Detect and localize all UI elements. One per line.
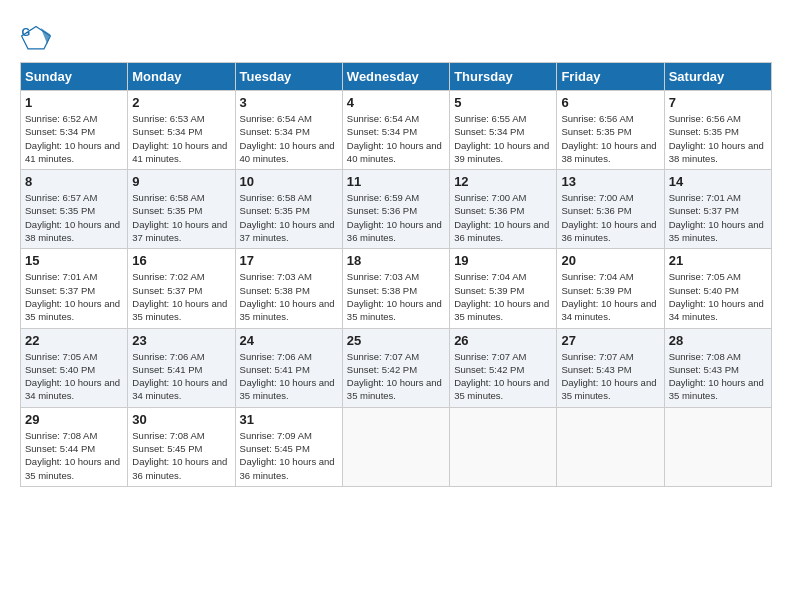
- day-number: 25: [347, 333, 445, 348]
- calendar-week-2: 8 Sunrise: 6:57 AM Sunset: 5:35 PM Dayli…: [21, 170, 772, 249]
- header-sunday: Sunday: [21, 63, 128, 91]
- calendar-cell: 6 Sunrise: 6:56 AM Sunset: 5:35 PM Dayli…: [557, 91, 664, 170]
- day-number: 1: [25, 95, 123, 110]
- day-number: 7: [669, 95, 767, 110]
- calendar-cell: 21 Sunrise: 7:05 AM Sunset: 5:40 PM Dayl…: [664, 249, 771, 328]
- day-number: 30: [132, 412, 230, 427]
- svg-text:G: G: [22, 26, 31, 38]
- day-number: 21: [669, 253, 767, 268]
- calendar-cell: [557, 407, 664, 486]
- day-info: Sunrise: 6:57 AM Sunset: 5:35 PM Dayligh…: [25, 191, 123, 244]
- day-info: Sunrise: 6:58 AM Sunset: 5:35 PM Dayligh…: [132, 191, 230, 244]
- day-number: 5: [454, 95, 552, 110]
- day-info: Sunrise: 7:02 AM Sunset: 5:37 PM Dayligh…: [132, 270, 230, 323]
- header-wednesday: Wednesday: [342, 63, 449, 91]
- day-number: 13: [561, 174, 659, 189]
- calendar-cell: 14 Sunrise: 7:01 AM Sunset: 5:37 PM Dayl…: [664, 170, 771, 249]
- day-info: Sunrise: 7:09 AM Sunset: 5:45 PM Dayligh…: [240, 429, 338, 482]
- calendar-cell: 19 Sunrise: 7:04 AM Sunset: 5:39 PM Dayl…: [450, 249, 557, 328]
- calendar-week-3: 15 Sunrise: 7:01 AM Sunset: 5:37 PM Dayl…: [21, 249, 772, 328]
- day-number: 27: [561, 333, 659, 348]
- day-number: 10: [240, 174, 338, 189]
- day-info: Sunrise: 7:00 AM Sunset: 5:36 PM Dayligh…: [454, 191, 552, 244]
- header: G: [20, 20, 772, 52]
- day-number: 12: [454, 174, 552, 189]
- day-number: 9: [132, 174, 230, 189]
- day-info: Sunrise: 7:08 AM Sunset: 5:43 PM Dayligh…: [669, 350, 767, 403]
- day-info: Sunrise: 7:07 AM Sunset: 5:43 PM Dayligh…: [561, 350, 659, 403]
- day-info: Sunrise: 7:08 AM Sunset: 5:45 PM Dayligh…: [132, 429, 230, 482]
- day-number: 11: [347, 174, 445, 189]
- day-info: Sunrise: 7:07 AM Sunset: 5:42 PM Dayligh…: [454, 350, 552, 403]
- day-info: Sunrise: 6:54 AM Sunset: 5:34 PM Dayligh…: [347, 112, 445, 165]
- calendar-cell: 11 Sunrise: 6:59 AM Sunset: 5:36 PM Dayl…: [342, 170, 449, 249]
- day-info: Sunrise: 7:07 AM Sunset: 5:42 PM Dayligh…: [347, 350, 445, 403]
- day-info: Sunrise: 7:06 AM Sunset: 5:41 PM Dayligh…: [132, 350, 230, 403]
- logo-icon: G: [20, 20, 52, 52]
- header-monday: Monday: [128, 63, 235, 91]
- calendar-cell: 29 Sunrise: 7:08 AM Sunset: 5:44 PM Dayl…: [21, 407, 128, 486]
- calendar-cell: 24 Sunrise: 7:06 AM Sunset: 5:41 PM Dayl…: [235, 328, 342, 407]
- day-info: Sunrise: 6:55 AM Sunset: 5:34 PM Dayligh…: [454, 112, 552, 165]
- day-number: 16: [132, 253, 230, 268]
- day-number: 23: [132, 333, 230, 348]
- svg-marker-2: [41, 28, 51, 44]
- day-number: 2: [132, 95, 230, 110]
- day-info: Sunrise: 7:01 AM Sunset: 5:37 PM Dayligh…: [25, 270, 123, 323]
- calendar-cell: 5 Sunrise: 6:55 AM Sunset: 5:34 PM Dayli…: [450, 91, 557, 170]
- calendar-week-4: 22 Sunrise: 7:05 AM Sunset: 5:40 PM Dayl…: [21, 328, 772, 407]
- day-number: 17: [240, 253, 338, 268]
- day-info: Sunrise: 6:56 AM Sunset: 5:35 PM Dayligh…: [669, 112, 767, 165]
- calendar-cell: 17 Sunrise: 7:03 AM Sunset: 5:38 PM Dayl…: [235, 249, 342, 328]
- header-friday: Friday: [557, 63, 664, 91]
- calendar-cell: 27 Sunrise: 7:07 AM Sunset: 5:43 PM Dayl…: [557, 328, 664, 407]
- calendar-cell: 12 Sunrise: 7:00 AM Sunset: 5:36 PM Dayl…: [450, 170, 557, 249]
- logo: G: [20, 20, 56, 52]
- calendar-cell: 30 Sunrise: 7:08 AM Sunset: 5:45 PM Dayl…: [128, 407, 235, 486]
- day-number: 3: [240, 95, 338, 110]
- calendar-cell: 10 Sunrise: 6:58 AM Sunset: 5:35 PM Dayl…: [235, 170, 342, 249]
- calendar-cell: 28 Sunrise: 7:08 AM Sunset: 5:43 PM Dayl…: [664, 328, 771, 407]
- day-info: Sunrise: 7:00 AM Sunset: 5:36 PM Dayligh…: [561, 191, 659, 244]
- calendar-cell: 2 Sunrise: 6:53 AM Sunset: 5:34 PM Dayli…: [128, 91, 235, 170]
- calendar-week-5: 29 Sunrise: 7:08 AM Sunset: 5:44 PM Dayl…: [21, 407, 772, 486]
- day-number: 15: [25, 253, 123, 268]
- day-number: 31: [240, 412, 338, 427]
- calendar-cell: [342, 407, 449, 486]
- calendar-cell: 18 Sunrise: 7:03 AM Sunset: 5:38 PM Dayl…: [342, 249, 449, 328]
- day-info: Sunrise: 6:53 AM Sunset: 5:34 PM Dayligh…: [132, 112, 230, 165]
- day-info: Sunrise: 7:03 AM Sunset: 5:38 PM Dayligh…: [240, 270, 338, 323]
- calendar-cell: 26 Sunrise: 7:07 AM Sunset: 5:42 PM Dayl…: [450, 328, 557, 407]
- calendar-cell: 8 Sunrise: 6:57 AM Sunset: 5:35 PM Dayli…: [21, 170, 128, 249]
- calendar-cell: 13 Sunrise: 7:00 AM Sunset: 5:36 PM Dayl…: [557, 170, 664, 249]
- calendar-cell: 3 Sunrise: 6:54 AM Sunset: 5:34 PM Dayli…: [235, 91, 342, 170]
- day-info: Sunrise: 6:59 AM Sunset: 5:36 PM Dayligh…: [347, 191, 445, 244]
- day-number: 22: [25, 333, 123, 348]
- day-info: Sunrise: 6:52 AM Sunset: 5:34 PM Dayligh…: [25, 112, 123, 165]
- calendar: SundayMondayTuesdayWednesdayThursdayFrid…: [20, 62, 772, 487]
- day-number: 18: [347, 253, 445, 268]
- calendar-week-1: 1 Sunrise: 6:52 AM Sunset: 5:34 PM Dayli…: [21, 91, 772, 170]
- calendar-cell: [450, 407, 557, 486]
- day-info: Sunrise: 7:05 AM Sunset: 5:40 PM Dayligh…: [669, 270, 767, 323]
- day-info: Sunrise: 7:04 AM Sunset: 5:39 PM Dayligh…: [561, 270, 659, 323]
- calendar-cell: 22 Sunrise: 7:05 AM Sunset: 5:40 PM Dayl…: [21, 328, 128, 407]
- calendar-cell: 16 Sunrise: 7:02 AM Sunset: 5:37 PM Dayl…: [128, 249, 235, 328]
- header-thursday: Thursday: [450, 63, 557, 91]
- day-number: 20: [561, 253, 659, 268]
- calendar-cell: 7 Sunrise: 6:56 AM Sunset: 5:35 PM Dayli…: [664, 91, 771, 170]
- day-info: Sunrise: 6:54 AM Sunset: 5:34 PM Dayligh…: [240, 112, 338, 165]
- day-info: Sunrise: 7:05 AM Sunset: 5:40 PM Dayligh…: [25, 350, 123, 403]
- day-number: 29: [25, 412, 123, 427]
- header-tuesday: Tuesday: [235, 63, 342, 91]
- calendar-cell: 1 Sunrise: 6:52 AM Sunset: 5:34 PM Dayli…: [21, 91, 128, 170]
- calendar-cell: 20 Sunrise: 7:04 AM Sunset: 5:39 PM Dayl…: [557, 249, 664, 328]
- calendar-header-row: SundayMondayTuesdayWednesdayThursdayFrid…: [21, 63, 772, 91]
- day-info: Sunrise: 7:03 AM Sunset: 5:38 PM Dayligh…: [347, 270, 445, 323]
- day-info: Sunrise: 7:08 AM Sunset: 5:44 PM Dayligh…: [25, 429, 123, 482]
- calendar-cell: 25 Sunrise: 7:07 AM Sunset: 5:42 PM Dayl…: [342, 328, 449, 407]
- day-info: Sunrise: 7:06 AM Sunset: 5:41 PM Dayligh…: [240, 350, 338, 403]
- calendar-cell: 31 Sunrise: 7:09 AM Sunset: 5:45 PM Dayl…: [235, 407, 342, 486]
- day-number: 14: [669, 174, 767, 189]
- calendar-cell: [664, 407, 771, 486]
